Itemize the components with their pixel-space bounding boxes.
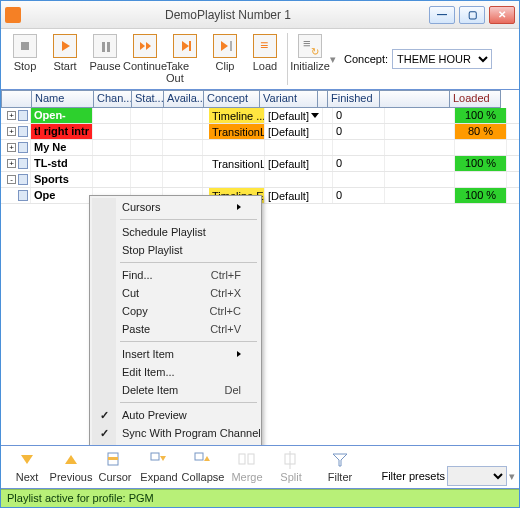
merge-button[interactable]: Merge: [225, 448, 269, 486]
filter-presets: Filter presets ▾: [381, 466, 515, 486]
finished-cell: 0: [333, 188, 385, 203]
col-tree[interactable]: [1, 90, 31, 108]
variant-cell[interactable]: [Default]: [265, 156, 323, 171]
tree-cell[interactable]: +: [1, 108, 31, 123]
variant-cell[interactable]: [Default]: [265, 188, 323, 203]
toolbar-overflow[interactable]: ▾: [330, 31, 338, 87]
next-icon: [17, 451, 37, 469]
filter-presets-select[interactable]: [447, 466, 507, 486]
loaded-cell: 80 %: [455, 124, 507, 139]
pause-button[interactable]: Pause: [85, 31, 125, 87]
start-button[interactable]: Start: [45, 31, 85, 87]
table-row[interactable]: +TL-stdTransitionL...[Default]0100 %: [1, 156, 519, 172]
previous-button[interactable]: Previous: [49, 448, 93, 486]
col-concept[interactable]: Concept: [203, 90, 259, 108]
col-status[interactable]: Stat...: [131, 90, 163, 108]
menu-item[interactable]: Delete ItemDel: [92, 381, 259, 399]
menu-item[interactable]: Cursors: [92, 198, 259, 216]
loaded-cell: 100 %: [455, 108, 507, 123]
col-channel[interactable]: Chan...: [93, 90, 131, 108]
app-icon: [5, 7, 21, 23]
menu-item[interactable]: PasteCtrl+V: [92, 320, 259, 338]
col-gap[interactable]: [317, 90, 327, 108]
clip-button[interactable]: Clip: [205, 31, 245, 87]
col-name[interactable]: Name: [31, 90, 93, 108]
maximize-button[interactable]: ▢: [459, 6, 485, 24]
svg-rect-4: [239, 454, 245, 464]
table-row[interactable]: +Open-Timeline ...[Default]0100 %: [1, 108, 519, 124]
titlebar[interactable]: DemoPlaylist Number 1 — ▢ ✕: [1, 1, 519, 29]
loaded-cell: [455, 172, 507, 187]
menu-item[interactable]: Find...Ctrl+F: [92, 266, 259, 284]
load-button[interactable]: Load: [245, 31, 285, 87]
menu-item[interactable]: Edit Item...: [92, 363, 259, 381]
collapse-button[interactable]: Collapse: [181, 448, 225, 486]
menu-item[interactable]: CopyCtrl+C: [92, 302, 259, 320]
initialize-button[interactable]: Initialize: [290, 31, 330, 87]
next-button[interactable]: Next: [5, 448, 49, 486]
variant-cell[interactable]: [265, 172, 323, 187]
stop-icon: [13, 34, 37, 58]
merge-icon: [237, 451, 257, 469]
col-available[interactable]: Availa...: [163, 90, 203, 108]
loaded-cell: 100 %: [455, 156, 507, 171]
close-button[interactable]: ✕: [489, 6, 515, 24]
tree-cell[interactable]: -: [1, 172, 31, 187]
tree-cell[interactable]: +: [1, 156, 31, 171]
menu-item[interactable]: ✓Auto Preview: [92, 406, 259, 424]
tree-cell[interactable]: +: [1, 188, 31, 203]
split-button[interactable]: Split: [269, 448, 313, 486]
concept-cell[interactable]: Timeline ...: [209, 108, 265, 123]
tree-cell[interactable]: +: [1, 124, 31, 139]
name-cell: TL-std: [31, 156, 93, 171]
menu-separator: [120, 219, 257, 220]
menu-item[interactable]: CutCtrl+X: [92, 284, 259, 302]
continue-button[interactable]: Continue: [125, 31, 165, 87]
stop-button[interactable]: Stop: [5, 31, 45, 87]
minimize-button[interactable]: —: [429, 6, 455, 24]
playlist-grid[interactable]: +Open-Timeline ...[Default]0100 %+tl rig…: [1, 108, 519, 446]
tree-cell[interactable]: +: [1, 140, 31, 155]
menu-item[interactable]: Stop Playlist: [92, 241, 259, 259]
name-cell: My Ne: [31, 140, 93, 155]
svg-rect-2: [151, 453, 159, 460]
finished-cell: [333, 172, 385, 187]
bottom-overflow[interactable]: ▾: [509, 470, 515, 483]
table-row[interactable]: +My Ne: [1, 140, 519, 156]
finished-cell: 0: [333, 124, 385, 139]
concept-cell[interactable]: [209, 172, 265, 187]
col-variant[interactable]: Variant: [259, 90, 317, 108]
name-cell: Sports: [31, 172, 93, 187]
play-icon: [53, 34, 77, 58]
concept-select[interactable]: THEME HOUR: [392, 49, 492, 69]
menu-item[interactable]: Schedule Playlist: [92, 223, 259, 241]
collapse-icon: [193, 451, 213, 469]
clip-icon: [213, 34, 237, 58]
menu-item[interactable]: ✓Sync With Program Channel: [92, 424, 259, 442]
col-spacer[interactable]: [379, 90, 449, 108]
grid-header: Name Chan... Stat... Availa... Concept V…: [1, 90, 519, 108]
name-cell: tl right intr: [31, 124, 93, 139]
concept-cell[interactable]: [209, 140, 265, 155]
expand-button[interactable]: Expand: [137, 448, 181, 486]
menu-item[interactable]: Insert Item: [92, 345, 259, 363]
table-row[interactable]: -Sports: [1, 172, 519, 188]
variant-cell[interactable]: [265, 140, 323, 155]
takeout-icon: [173, 34, 197, 58]
col-loaded[interactable]: Loaded: [449, 90, 501, 108]
filter-presets-label: Filter presets: [381, 470, 445, 482]
filter-button[interactable]: Filter: [318, 448, 362, 486]
concept-cell[interactable]: TransitionL...: [209, 124, 265, 139]
menu-separator: [120, 341, 257, 342]
window-title: DemoPlaylist Number 1: [27, 8, 429, 22]
concept-cell[interactable]: TransitionL...: [209, 156, 265, 171]
col-finished[interactable]: Finished: [327, 90, 379, 108]
previous-icon: [61, 451, 81, 469]
cursor-icon: [105, 451, 125, 469]
takeout-button[interactable]: Take Out: [165, 31, 205, 87]
menu-separator: [120, 445, 257, 446]
table-row[interactable]: +tl right intrTransitionL...[Default]080…: [1, 124, 519, 140]
variant-cell[interactable]: [Default]: [265, 108, 323, 123]
variant-cell[interactable]: [Default]: [265, 124, 323, 139]
cursor-button[interactable]: Cursor: [93, 448, 137, 486]
